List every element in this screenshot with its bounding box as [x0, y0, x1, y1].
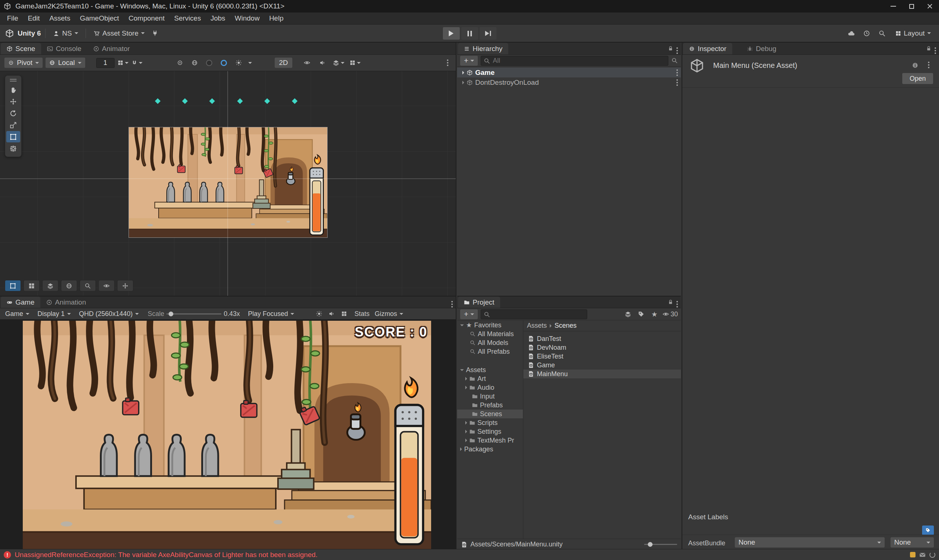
menu-item-jobs[interactable]: Jobs: [206, 13, 230, 24]
scene-menu-kebab-icon[interactable]: [447, 62, 449, 63]
lock-icon[interactable]: [668, 46, 674, 51]
expand-arrow-icon[interactable]: [465, 377, 467, 380]
tool-handle-rotation-dropdown[interactable]: Local: [46, 58, 85, 68]
minimize-button[interactable]: [884, 0, 902, 12]
header-kebab-icon[interactable]: [928, 64, 930, 66]
menu-item-edit[interactable]: Edit: [23, 13, 45, 24]
hidden-count-button[interactable]: 30: [663, 309, 678, 319]
file-row-devnoam[interactable]: DevNoam: [523, 343, 681, 352]
pause-button[interactable]: [461, 27, 478, 40]
scene-viewport[interactable]: [0, 71, 456, 296]
rotate-tool-button[interactable]: [6, 108, 20, 119]
overlay-layers-button[interactable]: [42, 280, 59, 291]
menu-item-assets[interactable]: Assets: [45, 13, 75, 24]
spawner-gizmo-diamond[interactable]: [182, 98, 188, 104]
collapse-arrow-icon[interactable]: [460, 325, 464, 326]
render-mode-button[interactable]: [175, 58, 185, 68]
cloud-services-button[interactable]: [846, 28, 856, 38]
rect-tool-button[interactable]: [6, 131, 20, 142]
open-scene-button[interactable]: Open: [902, 73, 933, 84]
collapse-arrow-icon[interactable]: [460, 369, 464, 371]
hierarchy-search-input[interactable]: [481, 57, 668, 65]
asset-label-tag-button[interactable]: [922, 526, 934, 535]
overlay-visibility-button[interactable]: [99, 280, 114, 291]
thumbnail-size-slider[interactable]: [644, 544, 677, 545]
tree-favorites[interactable]: ★ Favorites: [457, 321, 523, 329]
lock-icon[interactable]: [926, 46, 932, 51]
file-row-mainmenu[interactable]: MainMenu: [523, 369, 681, 378]
play-focused-dropdown[interactable]: Play Focused: [245, 309, 297, 318]
tab-animator[interactable]: Animator: [87, 43, 136, 54]
asset-store-dropdown[interactable]: Asset Store: [90, 28, 148, 38]
collab-mail-icon[interactable]: [919, 552, 926, 558]
scale-slider[interactable]: [167, 313, 221, 314]
menu-item-window[interactable]: Window: [230, 13, 264, 24]
lock-icon[interactable]: [668, 299, 674, 305]
bake-status-icon[interactable]: [910, 552, 916, 557]
menu-item-help[interactable]: Help: [264, 13, 288, 24]
file-row-game[interactable]: Game: [523, 361, 681, 369]
expand-arrow-icon[interactable]: [463, 81, 464, 85]
row-kebab-icon[interactable]: [677, 72, 678, 73]
hierarchy-row-dontdestroyonload[interactable]: DontDestroyOnLoad: [457, 77, 681, 87]
expand-arrow-icon[interactable]: [463, 71, 464, 74]
status-error-text[interactable]: UnassignedReferenceException: The variab…: [15, 551, 318, 559]
view-tool-button[interactable]: [6, 84, 20, 95]
tree-folder-audio[interactable]: Audio: [457, 383, 523, 392]
tree-all-prefabs[interactable]: All Prefabs: [457, 347, 523, 356]
assetbundle-dropdown[interactable]: None: [735, 537, 885, 548]
game-menu-kebab-icon[interactable]: [451, 303, 453, 305]
breadcrumb-scenes[interactable]: Scenes: [555, 322, 577, 329]
spawner-gizmo-diamond[interactable]: [155, 98, 161, 104]
tree-folder-prefabs[interactable]: Prefabs: [457, 401, 523, 409]
tool-handle-pivot-dropdown[interactable]: Pivot: [5, 58, 43, 68]
tree-packages[interactable]: Packages: [457, 445, 523, 454]
scale-slider-knob[interactable]: [168, 312, 173, 316]
file-row-elisetest[interactable]: EliseTest: [523, 352, 681, 361]
game-target-dropdown[interactable]: Game: [2, 309, 32, 318]
move-tool-button[interactable]: [6, 96, 20, 107]
tab-project[interactable]: Project: [458, 297, 500, 308]
spawner-gizmo-diamond[interactable]: [237, 98, 243, 104]
row-kebab-icon[interactable]: [677, 82, 678, 83]
tab-hierarchy[interactable]: Hierarchy: [458, 43, 508, 54]
search-by-label-button[interactable]: [636, 309, 646, 319]
file-row-dantest[interactable]: DanTest: [523, 334, 681, 343]
grid-visibility-dropdown[interactable]: [117, 58, 128, 68]
tree-all-materials[interactable]: All Materials: [457, 329, 523, 338]
tab-debug[interactable]: Debug: [741, 43, 782, 54]
tree-folder-textmeshpro[interactable]: TextMesh Pr: [457, 436, 523, 445]
spawner-gizmo-diamond[interactable]: [292, 98, 298, 104]
inspector-menu-kebab-icon[interactable]: [934, 50, 936, 51]
overlays-dropdown[interactable]: [333, 58, 344, 68]
tree-assets-root[interactable]: Assets: [457, 366, 523, 374]
tab-console[interactable]: Console: [41, 43, 87, 54]
transform-tool-button[interactable]: [6, 143, 20, 154]
palette-drag-handle[interactable]: [10, 79, 17, 80]
thumbnail-slider-knob[interactable]: [648, 542, 652, 547]
status-bar[interactable]: ! UnassignedReferenceException: The vari…: [0, 549, 939, 560]
project-menu-kebab-icon[interactable]: [677, 303, 678, 305]
menu-item-gameobject[interactable]: GameObject: [75, 13, 124, 24]
expand-arrow-icon[interactable]: [465, 438, 467, 442]
game-viewport[interactable]: SCORE : 0: [0, 320, 456, 550]
vsync-button[interactable]: [314, 309, 324, 319]
tree-folder-art[interactable]: Art: [457, 374, 523, 383]
lighting-toggle[interactable]: [204, 58, 214, 68]
metrics-button[interactable]: [339, 309, 349, 319]
overlay-grid-button[interactable]: [23, 280, 40, 291]
expand-arrow-icon[interactable]: [460, 447, 462, 451]
overlay-move-button[interactable]: [117, 280, 133, 291]
layout-dropdown[interactable]: Layout: [892, 28, 934, 38]
project-search[interactable]: [481, 309, 587, 319]
overlay-search-button[interactable]: [80, 280, 96, 291]
grid-size-field[interactable]: [96, 58, 114, 68]
tree-folder-scenes[interactable]: Scenes: [457, 409, 523, 418]
hierarchy-create-button[interactable]: +: [460, 56, 478, 66]
tree-folder-input[interactable]: Input: [457, 392, 523, 401]
menu-item-component[interactable]: Component: [124, 13, 169, 24]
shading-mode-button[interactable]: [190, 58, 200, 68]
tab-animation[interactable]: Animation: [40, 297, 92, 308]
favorites-star-button[interactable]: ★: [649, 309, 660, 319]
resolution-dropdown[interactable]: QHD (2560x1440): [76, 309, 142, 318]
